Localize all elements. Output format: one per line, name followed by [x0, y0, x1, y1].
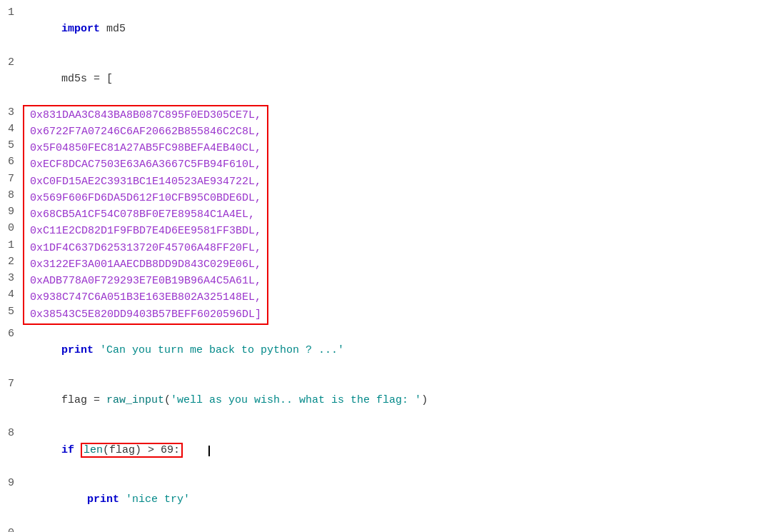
code-text — [74, 444, 81, 456]
line-number: 0 — [0, 220, 20, 236]
code-text — [94, 344, 100, 356]
code-text: md5s = [ — [61, 73, 113, 85]
line-number: 6 — [0, 154, 20, 170]
string-value: 'nice try' — [126, 493, 190, 506]
builtin-func: raw_input — [106, 394, 164, 406]
hex-array-red-box: 0x831DAA3C843BA8B087C895F0ED305CE7L, 0x6… — [23, 105, 268, 325]
line-number: 9 — [0, 475, 20, 491]
keyword-if: if — [61, 444, 74, 456]
hex-value: 0xECF8DCAC7503E63A6A3667C5FB94F610L, — [30, 156, 261, 173]
condition-red-box-1: len(flag) > 69: — [81, 443, 183, 458]
line-number: 2 — [0, 54, 20, 71]
hex-value: 0xC0FD15AE2C3931BC1E140523AE934722L, — [30, 174, 261, 190]
hex-line: 0x938C747C6A051B3E163EB802A325148EL, — [30, 289, 261, 306]
hex-line: 0xECF8DCAC7503E63A6A3667C5FB94F610L, — [30, 156, 261, 173]
hex-line: 0x1DF4C637D625313720F45706A48FF20FL, — [30, 240, 261, 256]
hex-line: 0x569F606FD6DA5D612F10CFB95C0BDE6DL, — [30, 190, 261, 206]
code-line-19: 9 print 'nice try' — [0, 475, 771, 525]
line-number: 7 — [0, 171, 20, 187]
line-number: 1 — [0, 237, 20, 254]
hex-value: 0x5F04850FEC81A27AB5FC98BEFA4EB40CL, — [30, 140, 261, 156]
line-number: 0 — [0, 525, 20, 532]
line-number: 4 — [0, 286, 20, 303]
hex-line: 0x6722F7A07246C6AF20662B855846C2C8L, — [30, 124, 261, 140]
line-number: 2 — [0, 254, 20, 270]
line-number: 9 — [0, 204, 20, 220]
line-number: 5 — [0, 137, 20, 154]
line-number: 5 — [0, 303, 20, 320]
line-number: 4 — [0, 121, 20, 137]
line-numbers-block: 3 4 5 6 7 8 9 0 1 2 3 4 5 — [0, 104, 20, 320]
line-number: 3 — [0, 104, 20, 121]
code-text — [119, 493, 126, 506]
keyword-print: print — [61, 344, 94, 356]
code-line-16: 6 print 'Can you turn me back to python … — [0, 326, 771, 376]
hex-line: 0x38543C5E820DD9403B57BEFF6020596DL] — [30, 306, 261, 323]
keyword-import: import — [61, 23, 100, 35]
hex-line: 0x5F04850FEC81A27AB5FC98BEFA4EB40CL, — [30, 140, 261, 156]
hex-line: 0x68CB5A1CF54C078BF0E7E89584C1A4EL, — [30, 206, 261, 223]
hex-value: 0x1DF4C637D625313720F45706A48FF20FL, — [30, 240, 261, 256]
line-number: 8 — [0, 425, 20, 441]
builtin-len: len — [84, 444, 103, 456]
hex-value: 0x6722F7A07246C6AF20662B855846C2C8L, — [30, 124, 261, 140]
hex-value: 0x831DAA3C843BA8B087C895F0ED305CE7L, — [30, 107, 261, 124]
code-text: md5 — [100, 23, 126, 35]
code-line-20: 0 exit() — [0, 525, 771, 532]
hex-value: 0xC11E2CD82D1F9FBD7E4D6EE9581FF3BDL, — [30, 223, 261, 239]
line-number: 3 — [0, 270, 20, 286]
line-number: 1 — [0, 4, 20, 21]
hex-value: 0x569F606FD6DA5D612F10CFB95C0BDE6DL, — [30, 190, 261, 206]
line-number: 7 — [0, 376, 20, 392]
code-text: ) — [421, 394, 428, 406]
code-text — [183, 444, 208, 456]
hex-value: 0xADB778A0F729293E7E0B19B96A4C5A61L, — [30, 273, 261, 289]
hex-line: 0x3122EF3A001AAECDB8DD9D843C029E06L, — [30, 256, 261, 273]
keyword-print: print — [87, 493, 119, 506]
hex-value: 0x938C747C6A051B3E163EB802A325148EL, — [30, 289, 261, 306]
hex-value: 0x38543C5E820DD9403B57BEFF6020596DL] — [30, 306, 261, 323]
hex-value: 0x68CB5A1CF54C078BF0E7E89584C1A4EL, — [30, 206, 255, 223]
hex-line: 0xC11E2CD82D1F9FBD7E4D6EE9581FF3BDL, — [30, 223, 261, 239]
hex-value: 0x3122EF3A001AAECDB8DD9D843C029E06L, — [30, 256, 261, 273]
code-line-2: 2 md5s = [ — [0, 54, 771, 104]
string-value: 'Can you turn me back to python ? ...' — [100, 344, 344, 356]
line-number: 6 — [0, 326, 20, 342]
code-text: (flag) > 69: — [103, 444, 180, 456]
line-number: 8 — [0, 187, 20, 204]
hex-line: 0xADB778A0F729293E7E0B19B96A4C5A61L, — [30, 273, 261, 289]
hex-line: 0xC0FD15AE2C3931BC1E140523AE934722L, — [30, 174, 261, 190]
code-line-1: 1 import md5 — [0, 4, 771, 54]
code-text: ( — [164, 394, 171, 406]
cursor — [208, 446, 210, 456]
code-line-18: 8 if len(flag) > 69: — [0, 425, 771, 475]
hex-array-block: 3 4 5 6 7 8 9 0 1 2 3 4 5 0x831DAA3C843B… — [0, 104, 771, 326]
code-editor: 1 import md5 2 md5s = [ 3 4 5 6 7 8 9 0 … — [0, 0, 771, 532]
code-text — [61, 493, 87, 506]
code-line-17: 7 flag = raw_input('well as you wish.. w… — [0, 376, 771, 426]
hex-line: 0x831DAA3C843BA8B087C895F0ED305CE7L, — [30, 107, 261, 124]
string-value: 'well as you wish.. what is the flag: ' — [171, 394, 421, 406]
code-text: flag = — [61, 394, 106, 406]
